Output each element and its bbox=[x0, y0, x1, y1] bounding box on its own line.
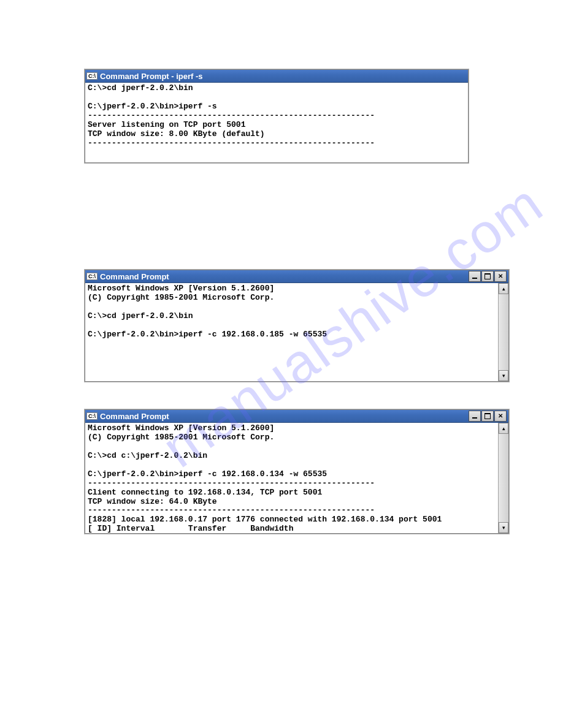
close-button[interactable] bbox=[494, 271, 507, 282]
window-controls bbox=[469, 411, 507, 422]
window-title: Command Prompt bbox=[100, 272, 469, 281]
vertical-scrollbar[interactable]: ▴ ▾ bbox=[498, 423, 508, 533]
window-title: Command Prompt - iperf -s bbox=[100, 72, 467, 81]
window-title: Command Prompt bbox=[100, 412, 469, 421]
scroll-up-arrow-icon[interactable]: ▴ bbox=[499, 423, 508, 434]
titlebar[interactable]: C:\ Command Prompt - iperf -s bbox=[85, 70, 468, 83]
cmd-window-iperf-client-1: C:\ Command Prompt Microsoft Windows XP … bbox=[85, 270, 509, 382]
terminal-output[interactable]: C:\>cd jperf-2.0.2\bin C:\jperf-2.0.2\bi… bbox=[85, 83, 468, 162]
cmd-icon: C:\ bbox=[86, 72, 98, 80]
cmd-window-iperf-client-2: C:\ Command Prompt Microsoft Windows XP … bbox=[85, 409, 509, 534]
scroll-down-arrow-icon[interactable]: ▾ bbox=[499, 370, 508, 381]
cmd-icon: C:\ bbox=[86, 412, 98, 420]
scroll-up-arrow-icon[interactable]: ▴ bbox=[499, 283, 508, 294]
minimize-button[interactable] bbox=[469, 411, 481, 422]
terminal-output[interactable]: Microsoft Windows XP [Version 5.1.2600] … bbox=[85, 283, 498, 381]
maximize-button[interactable] bbox=[481, 411, 494, 422]
close-button[interactable] bbox=[494, 411, 507, 422]
scroll-track[interactable] bbox=[499, 434, 508, 522]
minimize-button[interactable] bbox=[469, 271, 481, 282]
scroll-track[interactable] bbox=[499, 294, 508, 370]
cmd-icon: C:\ bbox=[86, 273, 98, 280]
vertical-scrollbar[interactable]: ▴ ▾ bbox=[498, 283, 508, 381]
titlebar[interactable]: C:\ Command Prompt bbox=[85, 270, 508, 283]
scroll-down-arrow-icon[interactable]: ▾ bbox=[499, 522, 508, 533]
terminal-output[interactable]: Microsoft Windows XP [Version 5.1.2600] … bbox=[85, 423, 498, 533]
window-controls bbox=[469, 271, 507, 282]
cmd-window-iperf-server: C:\ Command Prompt - iperf -s C:\>cd jpe… bbox=[85, 69, 469, 163]
maximize-button[interactable] bbox=[481, 271, 494, 282]
titlebar[interactable]: C:\ Command Prompt bbox=[85, 410, 508, 423]
